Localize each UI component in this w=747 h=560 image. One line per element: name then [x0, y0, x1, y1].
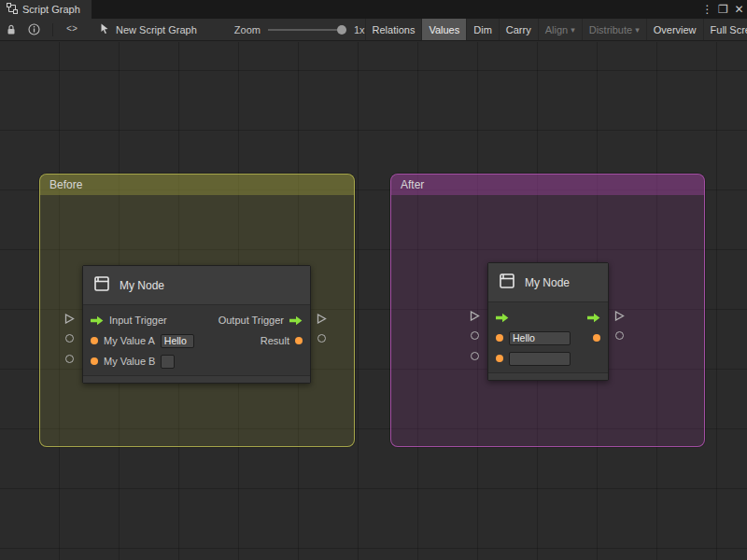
- value-a-label: My Value A: [104, 335, 155, 346]
- maximize-icon[interactable]: ❐: [715, 0, 731, 19]
- result-port-icon[interactable]: [295, 337, 303, 344]
- carry-button[interactable]: Carry: [499, 19, 538, 41]
- pointer-icon: [100, 23, 110, 36]
- zoom-slider[interactable]: [268, 23, 346, 36]
- value-port-outline-icon[interactable]: [65, 355, 74, 363]
- toolbar-button-group: Relations Values Dim Carry Align ▾ Distr…: [365, 19, 747, 41]
- value-port-outline-icon[interactable]: [615, 331, 624, 340]
- output-trigger-port-icon[interactable]: [289, 315, 303, 326]
- zoom-value: 1x: [354, 24, 365, 35]
- value-port-outline-icon[interactable]: [317, 334, 326, 343]
- graph-canvas[interactable]: Before After My Node Input Tr: [0, 42, 747, 560]
- graph-name-label: New Script Graph: [116, 24, 197, 35]
- value-port-outline-icon[interactable]: [65, 334, 74, 343]
- flow-port-outline-icon[interactable]: [64, 314, 75, 326]
- group-after-header[interactable]: After: [391, 175, 704, 195]
- value-b-label: My Value B: [104, 356, 155, 367]
- value-a-field[interactable]: [161, 334, 194, 348]
- value-a-field[interactable]: [509, 331, 571, 345]
- flow-port-outline-icon[interactable]: [470, 311, 480, 323]
- node-my-node-after[interactable]: My Node: [487, 262, 609, 381]
- node-body: [488, 302, 608, 369]
- overview-button[interactable]: Overview: [646, 19, 703, 41]
- value-port-outline-icon[interactable]: [471, 352, 479, 360]
- node-title: My Node: [525, 276, 570, 289]
- lock-icon[interactable]: [0, 19, 22, 41]
- tabbar-spacer: [92, 0, 699, 19]
- code-preview-icon[interactable]: <>: [61, 19, 83, 41]
- node-icon: [498, 272, 516, 293]
- align-label: Align: [545, 24, 568, 35]
- result-port-icon[interactable]: [593, 334, 600, 342]
- distribute-label: Distribute: [589, 24, 632, 35]
- chevron-down-icon: ▾: [571, 25, 575, 35]
- zoom-label: Zoom: [234, 24, 261, 35]
- zoom-slider-track: [268, 29, 346, 31]
- node-header[interactable]: My Node: [83, 266, 310, 305]
- close-icon[interactable]: ✕: [731, 0, 747, 19]
- port-row-value-a: My Value A Result: [83, 330, 310, 351]
- info-icon[interactable]: [22, 19, 45, 41]
- value-b-port-icon[interactable]: [91, 357, 98, 365]
- fullscreen-button[interactable]: Full Screen: [703, 19, 747, 41]
- node-title: My Node: [120, 279, 164, 292]
- output-trigger-label: Output Trigger: [218, 315, 284, 326]
- chevron-down-icon: ▾: [635, 25, 640, 35]
- toolbar-divider: [52, 23, 53, 36]
- graph-name-button[interactable]: New Script Graph: [100, 23, 197, 36]
- tab-title: Script Graph: [22, 4, 80, 15]
- align-dropdown[interactable]: Align ▾: [538, 19, 582, 41]
- node-footer: [83, 375, 310, 383]
- graph-toolbar: <> New Script Graph Zoom 1x Relations Va…: [0, 19, 747, 41]
- flow-port-outline-icon[interactable]: [317, 314, 327, 326]
- zoom-slider-knob[interactable]: [337, 25, 346, 35]
- value-a-port-icon[interactable]: [91, 337, 98, 344]
- group-before-header[interactable]: Before: [40, 175, 354, 195]
- tab-script-graph[interactable]: Script Graph: [0, 0, 92, 19]
- node-body: Input Trigger Output Trigger My Value A …: [83, 305, 310, 371]
- value-a-port-icon[interactable]: [496, 334, 503, 342]
- dim-button[interactable]: Dim: [466, 19, 499, 41]
- values-button[interactable]: Values: [421, 19, 466, 41]
- port-row-triggers: [488, 307, 608, 328]
- port-row-value-b: My Value B: [83, 351, 310, 371]
- input-trigger-port-icon[interactable]: [496, 313, 509, 323]
- input-trigger-port-icon[interactable]: [91, 315, 104, 326]
- input-trigger-label: Input Trigger: [109, 315, 167, 326]
- flow-port-outline-icon[interactable]: [614, 311, 625, 323]
- node-header[interactable]: My Node: [488, 263, 608, 302]
- zoom-control: Zoom 1x: [234, 23, 365, 36]
- node-my-node-before[interactable]: My Node Input Trigger Output Trigger My …: [82, 265, 311, 384]
- value-b-port-icon[interactable]: [496, 355, 503, 362]
- port-row-value-a: [488, 328, 608, 348]
- result-label: Result: [261, 335, 289, 346]
- distribute-dropdown[interactable]: Distribute ▾: [582, 19, 646, 41]
- output-trigger-port-icon[interactable]: [587, 313, 600, 323]
- value-b-field[interactable]: [509, 352, 571, 366]
- node-icon: [92, 274, 111, 296]
- value-b-field[interactable]: [161, 355, 175, 369]
- window-tab-bar: Script Graph ⋮ ❐ ✕: [0, 0, 747, 19]
- port-row-value-b: [488, 348, 608, 369]
- script-graph-icon: [7, 3, 18, 16]
- group-after-title: After: [401, 178, 424, 191]
- relations-button[interactable]: Relations: [365, 19, 422, 41]
- port-row-triggers: Input Trigger Output Trigger: [83, 310, 310, 330]
- kebab-menu-icon[interactable]: ⋮: [699, 0, 715, 19]
- value-port-outline-icon[interactable]: [471, 331, 479, 340]
- node-footer: [488, 372, 608, 380]
- group-before-title: Before: [49, 178, 82, 191]
